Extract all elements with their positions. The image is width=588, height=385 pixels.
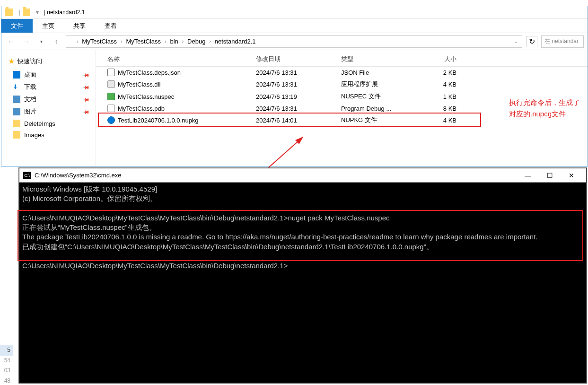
file-icon	[107, 116, 115, 124]
tab-view[interactable]: 查看	[95, 19, 126, 33]
desktop-icon	[13, 71, 20, 79]
file-icon	[107, 93, 115, 100]
file-name: MyTestClass.deps.json	[118, 69, 181, 76]
cmd-titlebar[interactable]: C:\ C:\Windows\System32\cmd.exe — ☐ ✕	[19, 168, 586, 183]
breadcrumb-seg[interactable]: Debug	[185, 37, 207, 46]
back-button[interactable]: ←	[5, 36, 17, 47]
sidebar-item-desktop[interactable]: 桌面📌	[1, 69, 96, 81]
sidebar-item-downloads[interactable]: ⬇下载📌	[1, 81, 96, 93]
cmd-output[interactable]: Microsoft Windows [版本 10.0.19045.4529] (…	[19, 183, 586, 272]
folder-icon	[5, 9, 13, 16]
file-date: 2024/7/6 13:31	[252, 69, 337, 77]
table-row[interactable]: MyTestClass.dll2024/7/6 13:31应用程序扩展4 KB	[96, 78, 588, 90]
folder-icon	[13, 131, 20, 139]
sidebar: ★ 快速访问 桌面📌 ⬇下载📌 文档📌 图片📌 DeleteImgs Image…	[1, 50, 96, 166]
cmd-window: C:\ C:\Windows\System32\cmd.exe — ☐ ✕ Mi…	[19, 168, 587, 383]
folder-icon	[23, 9, 30, 16]
col-date[interactable]: 修改日期	[252, 54, 337, 64]
up-button[interactable]: ↑	[51, 36, 62, 47]
file-type: JSON File	[337, 69, 413, 77]
minimize-button[interactable]: —	[517, 168, 539, 183]
file-name: MyTestClass.dll	[118, 81, 160, 88]
file-icon	[107, 105, 115, 112]
file-type: Program Debug ...	[337, 105, 413, 113]
tab-file[interactable]: 文件	[1, 19, 33, 33]
tab-home[interactable]: 主页	[33, 19, 64, 33]
window-title: netstandard2.1	[47, 9, 85, 16]
close-button[interactable]: ✕	[561, 168, 582, 183]
folder-icon	[13, 120, 20, 127]
breadcrumb-seg[interactable]: MyTestClass	[124, 37, 163, 46]
pictures-icon	[13, 108, 20, 115]
file-date: 2024/7/6 14:01	[252, 116, 337, 124]
pin-icon: 📌	[82, 71, 90, 79]
file-name: TestLib20240706.1.0.0.nupkg	[118, 117, 199, 124]
column-headers: 名称 修改日期 类型 大小	[96, 52, 588, 67]
col-name[interactable]: 名称	[96, 54, 252, 64]
sidebar-item-pictures[interactable]: 图片📌	[1, 105, 96, 118]
pin-icon: 📌	[82, 96, 90, 103]
file-date: 2024/7/6 13:31	[252, 80, 337, 88]
sidebar-item-images[interactable]: Images	[1, 129, 96, 140]
maximize-button[interactable]: ☐	[539, 168, 561, 183]
file-size: 4 KB	[413, 80, 460, 88]
file-icon	[107, 80, 115, 88]
sidebar-item-deleteimgs[interactable]: DeleteImgs	[1, 118, 96, 129]
search-input[interactable]: 在 netstandar	[541, 35, 584, 48]
file-explorer-window: | ▾ | netstandard2.1 文件 主页 共享 查看 ← → ▾ ↑…	[1, 6, 588, 166]
pin-icon: 📌	[82, 108, 90, 115]
file-name: MyTestClass.pdb	[118, 105, 165, 112]
ribbon-tabs: 文件 主页 共享 查看	[1, 19, 588, 33]
file-icon	[107, 69, 115, 76]
file-type: NUSPEC 文件	[337, 92, 413, 101]
table-row[interactable]: MyTestClass.deps.json2024/7/6 13:31JSON …	[96, 67, 588, 78]
file-name: MyTestClass.nuspec	[118, 93, 174, 100]
line-numbers: 5 54 03 48	[0, 345, 13, 385]
download-icon: ⬇	[13, 83, 20, 91]
file-type: NUPKG 文件	[337, 115, 413, 125]
sidebar-item-documents[interactable]: 文档📌	[1, 93, 96, 105]
pin-icon: 📌	[82, 83, 90, 91]
annotation-box-cmd	[18, 210, 583, 261]
file-type: 应用程序扩展	[337, 79, 413, 89]
sidebar-quick-access[interactable]: ★ 快速访问	[1, 54, 96, 69]
documents-icon	[13, 96, 20, 103]
refresh-button[interactable]: ↻	[526, 36, 537, 47]
col-size[interactable]: 大小	[413, 54, 460, 64]
file-size: 4 KB	[413, 116, 460, 124]
breadcrumb-dropdown[interactable]: ⌄	[512, 37, 520, 46]
address-bar-row: ← → ▾ ↑ › MyTestClass› MyTestClass› bin›…	[1, 33, 588, 50]
file-size: 8 KB	[413, 105, 460, 113]
file-size: 1 KB	[413, 93, 460, 101]
breadcrumb[interactable]: › MyTestClass› MyTestClass› bin› Debug› …	[66, 35, 522, 48]
cmd-title: C:\Windows\System32\cmd.exe	[35, 172, 517, 179]
folder-icon	[68, 38, 75, 45]
forward-button[interactable]: →	[20, 36, 32, 47]
annotation-text: 执行完命令后，生成了 对应的.nupcg文件	[509, 97, 580, 120]
recent-dropdown[interactable]: ▾	[35, 36, 47, 47]
breadcrumb-seg[interactable]: MyTestClass	[80, 37, 119, 46]
col-type[interactable]: 类型	[337, 54, 413, 64]
star-icon: ★	[8, 57, 15, 66]
breadcrumb-seg[interactable]: netstandard2.1	[213, 37, 258, 46]
breadcrumb-seg[interactable]: bin	[168, 37, 180, 46]
cmd-icon: C:\	[23, 172, 31, 179]
file-date: 2024/7/6 13:19	[252, 93, 337, 101]
tab-share[interactable]: 共享	[64, 19, 95, 33]
explorer-titlebar[interactable]: | ▾ | netstandard2.1	[1, 6, 588, 19]
file-size: 2 KB	[413, 69, 460, 77]
file-date: 2024/7/6 13:31	[252, 105, 337, 113]
